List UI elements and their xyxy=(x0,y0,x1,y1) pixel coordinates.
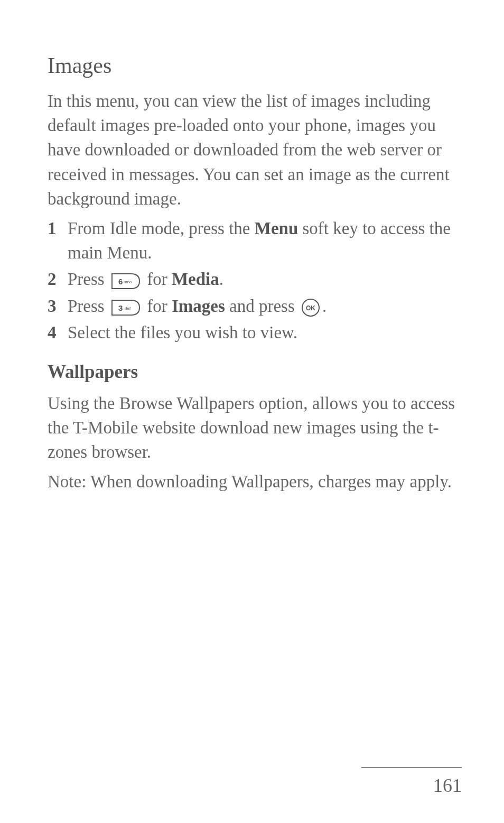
footer-divider xyxy=(361,767,462,768)
images-intro: In this menu, you can view the list of i… xyxy=(48,89,462,211)
images-heading: Images xyxy=(48,53,462,78)
key-6-icon: 6mno xyxy=(111,273,141,290)
step-bold: Menu xyxy=(255,219,298,238)
key-3-icon: 3def xyxy=(111,299,141,316)
step-num: 3 xyxy=(48,294,68,318)
wallpapers-para2: Note: When downloading Wallpapers, charg… xyxy=(48,469,462,494)
svg-text:OK: OK xyxy=(306,304,315,312)
step-text: for xyxy=(143,297,172,316)
step-text: . xyxy=(219,270,223,289)
step-bold: Media xyxy=(172,270,219,289)
wallpapers-heading: Wallpapers xyxy=(48,362,462,383)
step-1: 1 From Idle mode, press the Menu soft ke… xyxy=(48,216,462,265)
svg-text:mno: mno xyxy=(124,280,132,284)
step-text: and press xyxy=(225,297,299,316)
steps-list: 1 From Idle mode, press the Menu soft ke… xyxy=(48,216,462,345)
step-2: 2 Press 6mno for Media. xyxy=(48,267,462,291)
step-content: Press 6mno for Media. xyxy=(68,267,462,291)
step-text: Press xyxy=(68,270,109,289)
step-text: . xyxy=(322,297,326,316)
step-content: Select the files you wish to view. xyxy=(68,320,462,345)
step-content: From Idle mode, press the Menu soft key … xyxy=(68,216,462,265)
step-num: 1 xyxy=(48,216,68,241)
step-bold: Images xyxy=(172,297,225,316)
svg-text:6: 6 xyxy=(118,277,123,286)
step-text: Select the files you wish to view. xyxy=(68,323,297,342)
page-number: 161 xyxy=(433,774,462,797)
svg-text:3: 3 xyxy=(118,303,123,312)
step-3: 3 Press 3def for Images and press OK. xyxy=(48,294,462,318)
step-num: 2 xyxy=(48,267,68,291)
step-content: Press 3def for Images and press OK. xyxy=(68,294,462,318)
step-4: 4 Select the files you wish to view. xyxy=(48,320,462,345)
step-text: for xyxy=(143,270,172,289)
step-num: 4 xyxy=(48,320,68,345)
step-text: From Idle mode, press the xyxy=(68,219,255,238)
wallpapers-para1: Using the Browse Wallpapers option, allo… xyxy=(48,391,462,465)
step-text: Press xyxy=(68,297,109,316)
page-footer: 161 xyxy=(361,767,462,797)
svg-text:def: def xyxy=(125,306,131,311)
key-ok-icon: OK xyxy=(301,298,320,317)
